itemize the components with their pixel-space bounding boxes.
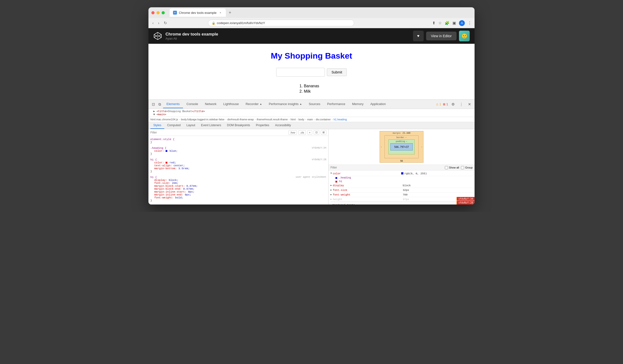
minimize-traffic-light[interactable] — [156, 11, 160, 14]
tab-console[interactable]: Console — [183, 100, 201, 108]
border-value: - — [405, 136, 407, 139]
cls-button[interactable]: .cls — [298, 130, 306, 135]
sub-swatch-blue — [335, 177, 337, 179]
maximize-traffic-light[interactable] — [162, 11, 165, 14]
codepen-title: Chrome dev tools example — [165, 32, 218, 37]
computed-font-size-value: 32px — [403, 189, 473, 192]
css-prop-color-h1: color: red; — [154, 161, 326, 164]
page-heading: My Shopping Basket — [271, 51, 352, 61]
menu-icon[interactable]: ⋮ — [468, 21, 472, 25]
user-avatar[interactable]: 🙂 — [459, 31, 470, 41]
page-content: My Shopping Basket Submit Bananas Milk — [148, 44, 475, 100]
subtab-styles[interactable]: Styles — [150, 122, 164, 129]
bc-item-div-container[interactable]: div.container — [316, 118, 331, 121]
bc-item-h1[interactable]: h1.heading — [334, 118, 347, 121]
bc-item-html[interactable]: html.mac.chrome104.js — [150, 118, 178, 121]
styles-filter-input[interactable] — [150, 131, 287, 134]
content-size: 566.797×37 — [394, 146, 409, 148]
codepen-header: Chrome dev tools example Ayan Ali ♥ View… — [148, 28, 475, 44]
tab-close-button[interactable]: × — [219, 11, 222, 15]
tab-sources[interactable]: Sources — [305, 100, 324, 108]
add-style-button[interactable]: + — [307, 130, 312, 135]
sub-swatch-red — [335, 181, 337, 182]
tab-bar: ✦ Chrome dev tools example × + — [170, 8, 472, 17]
browser-tab[interactable]: ✦ Chrome dev tools example × — [170, 8, 226, 17]
bc-item-main[interactable]: main — [307, 118, 313, 121]
css-prop-margin-bottom: margin-bottom: 3.5rem; — [154, 167, 326, 170]
margin-bottom-label: 56 — [400, 160, 403, 162]
border-label: border — [397, 136, 404, 139]
extension-icon[interactable]: 🧩 — [445, 21, 449, 25]
search-input[interactable] — [276, 68, 325, 77]
computed-properties: ▼ color rgb(0, 0, 255) .heading h1 — [329, 170, 475, 204]
ua-label: user agent stylesheet — [296, 176, 326, 179]
margin-label: margin — [393, 132, 400, 134]
computed-color-section: ▼ color rgb(0, 0, 255) .heading h1 — [331, 171, 473, 183]
subtab-accessibility[interactable]: Accessibility — [272, 122, 294, 129]
address-input[interactable]: 🔒 codepen.io/anya91m/full/vYdvNzY — [208, 20, 354, 26]
hov-button[interactable]: :hov — [288, 130, 297, 135]
heart-button[interactable]: ♥ — [413, 31, 424, 41]
new-tab-button[interactable]: + — [227, 9, 233, 16]
tab-performance-insights[interactable]: Performance insights ▲ — [266, 100, 305, 108]
bc-item-body2[interactable]: body — [298, 118, 304, 121]
forward-button[interactable]: › — [157, 20, 160, 26]
error-badge: ⊠ 1 — [443, 103, 448, 106]
tab-lighthouse[interactable]: Lighthouse — [220, 100, 242, 108]
sidebar-icon[interactable]: ▣ — [452, 21, 456, 25]
subtab-computed[interactable]: Computed — [164, 122, 183, 129]
share-icon[interactable]: ⬆ — [432, 21, 435, 25]
settings-button[interactable]: ⚙ — [450, 101, 456, 107]
group-checkbox[interactable] — [461, 166, 464, 169]
subtab-dom-breakpoints[interactable]: DOM Breakpoints — [224, 122, 253, 129]
computed-color-name: color — [333, 172, 401, 175]
expand-color-arrow[interactable]: ▼ — [331, 172, 332, 175]
computed-color-value: rgb(0, 0, 255) — [404, 172, 473, 175]
subtab-event-listeners[interactable]: Event Listeners — [198, 122, 224, 129]
devtools-tabs: Elements Console Network Lighthouse Reco… — [163, 100, 435, 108]
expand-display-arrow[interactable]: ▶ — [331, 184, 332, 187]
tab-elements[interactable]: Elements — [163, 100, 183, 108]
layout-button[interactable]: ⊞ — [321, 130, 326, 135]
tab-memory[interactable]: Memory — [349, 100, 367, 108]
expand-font-size-arrow[interactable]: ▶ — [331, 189, 332, 191]
computed-font-weight-row: ▶ font-weight 700 — [331, 193, 473, 197]
tab-application[interactable]: Application — [367, 100, 389, 108]
bc-item-body[interactable]: body.fullpage.logged-in.sidebar-false — [181, 118, 224, 121]
submit-button[interactable]: Submit — [327, 68, 347, 76]
device-toolbar-button[interactable]: ⧉ — [157, 101, 163, 107]
right-panel: margin 21.440 - - 56 border - — [329, 129, 475, 204]
computed-color-row: ▼ color rgb(0, 0, 255) — [331, 171, 473, 176]
tab-recorder[interactable]: Recorder ▲ — [242, 100, 265, 108]
inspect-element-button[interactable]: ⊡ — [150, 101, 156, 107]
view-in-editor-button[interactable]: View in Editor — [426, 32, 457, 40]
bc-item-html2[interactable]: html — [290, 118, 296, 121]
refresh-button[interactable]: ↻ — [163, 20, 168, 26]
show-all-checkbox[interactable] — [445, 166, 448, 169]
computed-filter-input[interactable] — [331, 166, 443, 169]
expand-height-arrow[interactable]: ▶ — [331, 198, 332, 201]
rendered-fonts-section: Rendered Fonts — [331, 202, 473, 204]
address-icons: ⬆ ☆ 🧩 ▣ A ⋮ — [432, 20, 472, 26]
computed-font-size-row: ▶ font-size 32px — [331, 188, 473, 193]
bookmark-icon[interactable]: ☆ — [438, 21, 442, 25]
back-button[interactable]: ‹ — [151, 20, 155, 26]
close-traffic-light[interactable] — [151, 11, 155, 14]
codepen-header-actions: ♥ View in Editor 🙂 — [413, 31, 470, 41]
toggle-button[interactable]: ⊡ — [314, 130, 319, 135]
subtab-layout[interactable]: Layout — [183, 122, 198, 129]
margin-left-value: - — [381, 146, 382, 148]
error-icon: ⊠ — [443, 103, 445, 106]
search-row: Submit — [276, 68, 347, 77]
css-prop-text-align: text-align: center; — [154, 164, 326, 167]
tab-performance[interactable]: Performance — [324, 100, 349, 108]
color-swatch-red — [165, 162, 167, 164]
close-devtools-button[interactable]: ✕ — [467, 101, 473, 107]
bc-item-div-wrap[interactable]: div#result-iframe-wrap — [227, 118, 254, 121]
more-options-button[interactable]: ⋮ — [458, 101, 465, 107]
expand-font-weight-arrow[interactable]: ▶ — [331, 193, 332, 196]
subtab-properties[interactable]: Properties — [253, 122, 272, 129]
profile-avatar[interactable]: A — [459, 20, 465, 26]
bc-item-iframe[interactable]: iframe#result.result-iframe — [257, 118, 288, 121]
tab-network[interactable]: Network — [201, 100, 220, 108]
